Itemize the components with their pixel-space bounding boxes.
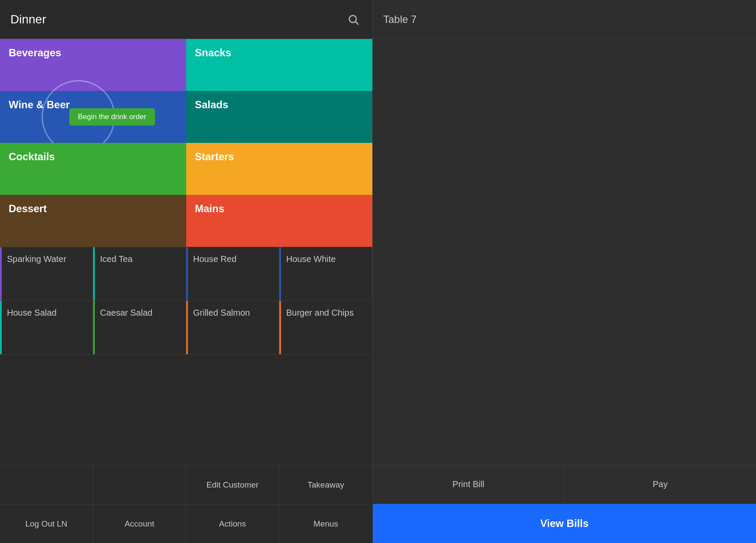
category-cocktails[interactable]: Cocktails	[0, 143, 186, 195]
header: Dinner	[0, 0, 372, 39]
left-panel: Dinner Beverages Snacks Wine & Beer	[0, 0, 372, 543]
category-dessert[interactable]: Dessert	[0, 195, 186, 247]
print-bill-button[interactable]: Print Bill	[373, 465, 565, 504]
logout-row: Log Out LN Account Actions Menus	[0, 504, 372, 543]
edit-customer-button[interactable]: Edit Customer	[186, 465, 279, 504]
item-iced-tea[interactable]: Iced Tea	[93, 247, 186, 301]
category-salads[interactable]: Salads	[186, 91, 372, 143]
empty-cell-2	[93, 465, 186, 504]
item-house-red[interactable]: House Red	[186, 247, 279, 301]
actions-button[interactable]: Actions	[186, 504, 279, 543]
logout-button[interactable]: Log Out LN	[0, 504, 93, 543]
category-mains[interactable]: Mains	[186, 195, 372, 247]
item-caesar-salad[interactable]: Caesar Salad	[93, 301, 186, 355]
right-btn-row: Print Bill Pay	[373, 465, 756, 504]
menus-button[interactable]: Menus	[279, 504, 372, 543]
right-header: Table 7	[373, 0, 756, 39]
category-starters[interactable]: Starters	[186, 143, 372, 195]
empty-cell-1	[0, 465, 93, 504]
table-title: Table 7	[383, 13, 417, 26]
right-panel: Table 7 Print Bill Pay View Bills	[372, 0, 756, 543]
right-content-area	[373, 39, 756, 465]
app-container: Dinner Beverages Snacks Wine & Beer	[0, 0, 756, 543]
right-bottom: Print Bill Pay View Bills	[373, 465, 756, 543]
category-beverages[interactable]: Beverages	[0, 39, 186, 91]
account-button[interactable]: Account	[93, 504, 186, 543]
category-wine-beer[interactable]: Wine & Beer Begin the drink order	[0, 91, 186, 143]
takeaway-button[interactable]: Takeaway	[279, 465, 372, 504]
pay-button[interactable]: Pay	[565, 465, 756, 504]
svg-line-1	[355, 22, 358, 24]
item-sparkling-water[interactable]: Sparking Water	[0, 247, 93, 301]
item-grilled-salmon[interactable]: Grilled Salmon	[186, 301, 279, 355]
items-grid: Sparking Water Iced Tea House Red House …	[0, 247, 372, 355]
item-house-salad[interactable]: House Salad	[0, 301, 93, 355]
edit-row: Edit Customer Takeaway	[0, 465, 372, 504]
item-house-white[interactable]: House White	[279, 247, 372, 301]
search-icon	[347, 13, 359, 26]
drink-order-tooltip: Begin the drink order	[69, 108, 155, 126]
item-burger-chips[interactable]: Burger and Chips	[279, 301, 372, 355]
view-bills-button[interactable]: View Bills	[373, 504, 756, 543]
search-button[interactable]	[345, 11, 362, 28]
page-title: Dinner	[10, 13, 46, 26]
spacer	[0, 355, 372, 465]
svg-point-0	[349, 15, 356, 22]
category-grid: Beverages Snacks Wine & Beer Begin the d…	[0, 39, 372, 247]
category-snacks[interactable]: Snacks	[186, 39, 372, 91]
